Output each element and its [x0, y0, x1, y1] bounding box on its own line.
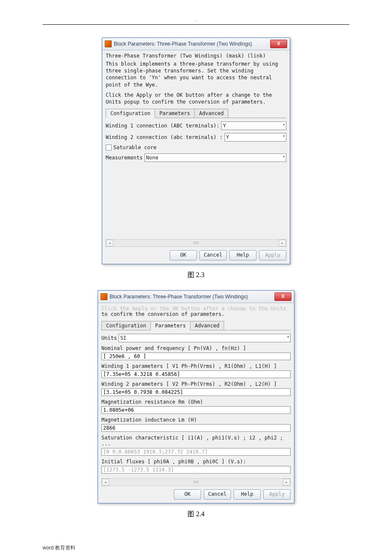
rm-label: Magnetization resistance Rm (Ohm) — [101, 399, 291, 405]
tab-bar: Configuration Parameters Advanced — [106, 109, 286, 118]
dialog-title: Block Parameters: Three-Phase Transforme… — [114, 41, 270, 47]
apply-button[interactable]: Apply — [259, 250, 286, 260]
app-icon — [105, 40, 112, 47]
lm-label: Magnetization inductance Lm (H) — [101, 417, 291, 423]
titlebar: Block Parameters: Three-Phase Transforme… — [98, 291, 294, 303]
scroll-track[interactable]: III — [113, 241, 279, 245]
block-description-2: to confirm the conversion of parameters. — [101, 311, 291, 318]
saturation-input[interactable] — [101, 448, 291, 456]
scroll-left-icon[interactable]: ◂ — [102, 479, 109, 486]
figure-caption-2: 图 2.4 — [43, 510, 349, 519]
horizontal-scrollbar[interactable]: ◂ III ▸ — [101, 478, 291, 486]
winding2-select[interactable]: Y — [225, 133, 286, 142]
tab-configuration[interactable]: Configuration — [101, 321, 151, 330]
scroll-track[interactable]: III — [109, 480, 283, 484]
apply-button[interactable]: Apply — [263, 489, 291, 500]
page-footer: word 教育资料 — [43, 544, 349, 552]
cancel-button[interactable]: Cancel — [204, 489, 231, 500]
winding2-value: Y — [226, 134, 229, 140]
measurements-select[interactable]: None — [144, 153, 286, 162]
saturable-label: Saturable core — [113, 145, 156, 150]
block-description-1: This block implements a three-phase tran… — [106, 61, 286, 88]
initial-fluxes-input[interactable] — [101, 466, 291, 474]
tab-parameters[interactable]: Parameters — [150, 321, 190, 330]
winding2-label: Winding 2 connection (abc terminals) : — [106, 134, 223, 140]
ok-button[interactable]: OK — [170, 250, 197, 260]
winding1-params-label: Winding 1 parameters [ V1 Ph-Ph(Vrms) , … — [101, 363, 291, 369]
units-select[interactable]: SI — [118, 334, 291, 342]
tab-bar: Configuration Parameters Advanced — [101, 321, 291, 330]
nominal-label: Nominal power and frequency [ Pn(VA) , f… — [101, 345, 291, 351]
titlebar: Block Parameters: Three-Phase Transforme… — [102, 38, 290, 50]
close-button[interactable]: X — [270, 40, 287, 48]
tab-advanced[interactable]: Advanced — [194, 109, 228, 118]
measurements-label: Measurements — [106, 155, 143, 161]
tab-parameters[interactable]: Parameters — [155, 109, 195, 118]
help-button[interactable]: Help — [233, 489, 261, 500]
measurements-value: None — [146, 155, 159, 161]
tab-configuration[interactable]: Configuration — [106, 109, 155, 118]
saturable-checkbox[interactable] — [106, 145, 112, 150]
winding1-value: Y — [223, 123, 226, 129]
rm-input[interactable] — [101, 406, 291, 414]
app-icon — [101, 293, 107, 300]
horizontal-scrollbar[interactable]: ◂ III ▸ — [106, 239, 286, 247]
dialog-title: Block Parameters: Three-Phase Transforme… — [110, 294, 274, 300]
units-label: Units — [101, 335, 117, 341]
figure-caption-1: 图 2.3 — [43, 271, 349, 280]
truncated-text: Click the Apply or the OK button after a… — [101, 306, 291, 311]
winding1-select[interactable]: Y — [221, 121, 286, 130]
lm-input[interactable] — [101, 424, 291, 432]
initial-fluxes-label: Initial fluxes [ phi0A , phi0B , phi0C ]… — [101, 459, 291, 465]
nominal-input[interactable] — [101, 353, 291, 360]
mask-link-line: Three-Phase Transformer (Two Windings) (… — [106, 53, 286, 59]
winding2-params-input[interactable] — [101, 388, 291, 396]
scroll-right-icon[interactable]: ▸ — [279, 240, 286, 246]
cancel-button[interactable]: Cancel — [199, 250, 227, 260]
header-rule — [43, 24, 349, 25]
units-value: SI — [120, 335, 126, 341]
tab-advanced[interactable]: Advanced — [190, 321, 224, 330]
close-button[interactable]: X — [274, 292, 291, 301]
winding2-params-label: Winding 2 parameters [ V2 Ph-Ph(Vrms) , … — [101, 381, 291, 387]
dialog-params: Block Parameters: Three-Phase Transforme… — [98, 290, 294, 503]
help-button[interactable]: Help — [229, 250, 257, 260]
winding1-label: Winding 1 connection (ABC terminals): — [106, 123, 219, 129]
ok-button[interactable]: OK — [174, 489, 201, 500]
scroll-right-icon[interactable]: ▸ — [283, 479, 290, 486]
winding1-params-input[interactable] — [101, 370, 291, 378]
saturation-label: Saturation characteristic [ i1(A) , phi1… — [101, 435, 291, 447]
scroll-left-icon[interactable]: ◂ — [106, 240, 113, 246]
dialog-config: Block Parameters: Three-Phase Transforme… — [102, 38, 290, 264]
block-description-2: Click the Apply or the OK button after a… — [106, 92, 286, 105]
page-marker: . . — [43, 17, 349, 22]
